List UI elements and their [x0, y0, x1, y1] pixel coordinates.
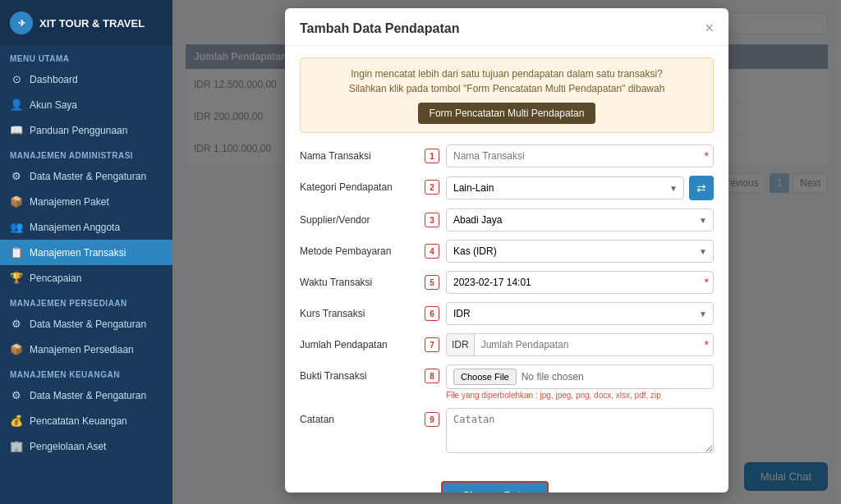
select-wrap-kategori: Lain-Lain ▼ — [446, 176, 684, 199]
label-metode-pembayaran: Metode Pembayaran — [300, 240, 415, 257]
step-badge-6: 6 — [425, 306, 439, 321]
step-badge-5: 5 — [425, 275, 439, 290]
input-waktu-transaksi[interactable] — [446, 271, 714, 294]
modal-close-button[interactable]: × — [705, 20, 714, 37]
label-nama-transaksi: Nama Transaksi — [300, 144, 415, 162]
sidebar-item-manajemen-transaksi[interactable]: 📋 Manajemen Transaksi — [0, 240, 172, 265]
icon-btn-kategori[interactable]: ⇄ — [689, 176, 714, 200]
field-nama-transaksi: Nama Transaksi 1 * — [300, 144, 714, 167]
select-metode-pembayaran[interactable]: Kas (IDR) — [446, 240, 714, 263]
field-waktu-transaksi: Waktu Transaksi 5 * — [300, 271, 714, 294]
info-box: Ingin mencatat lebih dari satu tujuan pe… — [300, 57, 714, 133]
achievement-icon: 🏆 — [10, 272, 23, 284]
sidebar-item-label: Akun Saya — [30, 99, 77, 111]
sidebar-item-label: Pengelolaan Aset — [30, 441, 106, 452]
sidebar-item-label: Manajemen Anggota — [30, 222, 120, 233]
sidebar-item-label: Panduan Penggunaan — [30, 125, 127, 136]
step-badge-8: 8 — [425, 369, 439, 383]
input-jumlah-pendapatan[interactable] — [474, 333, 714, 356]
sidebar-item-manajemen-anggota[interactable]: 👥 Manajemen Anggota — [0, 214, 172, 240]
sidebar-item-label: Manajemen Transaksi — [30, 247, 126, 259]
sidebar-item-pencapaian[interactable]: 🏆 Pencapaian — [0, 265, 172, 291]
sidebar-item-label: Data Master & Pengaturan — [30, 318, 146, 330]
sidebar-item-label: Pencatatan Keuangan — [30, 415, 127, 427]
sidebar-item-label: Pencapaian — [30, 273, 81, 284]
file-choose-button[interactable]: Choose File — [453, 369, 517, 385]
finance-icon: 💰 — [10, 415, 23, 427]
arrow-icon: ⇐ — [558, 486, 572, 493]
sidebar: ✈ XIT TOUR & TRAVEL MENU UTAMA ⊙ Dashboa… — [0, 0, 172, 504]
select-kurs-transaksi[interactable]: IDR — [446, 302, 714, 325]
sidebar-item-pencatatan-keuangan[interactable]: 💰 Pencatatan Keuangan — [0, 408, 172, 433]
settings-icon3: ⚙ — [10, 389, 23, 401]
modal-footer: Simpan Data ⇐ — [285, 473, 728, 493]
field-catatan: Catatan 9 — [300, 408, 714, 453]
file-input-wrap: Choose File No file chosen — [446, 364, 714, 389]
sidebar-item-panduan[interactable]: 📖 Panduan Penggunaan — [0, 117, 172, 143]
select-kategori-pendapatan[interactable]: Lain-Lain — [446, 176, 684, 199]
transaction-icon: 📋 — [10, 246, 23, 259]
sidebar-item-pengelolaan-aset[interactable]: 🏢 Pengelolaan Aset — [0, 433, 172, 459]
field-jumlah-pendapatan: Jumlah Pendapatan 7 IDR * — [300, 333, 714, 356]
btn-multi-pendapatan[interactable]: Form Pencatatan Multi Pendapatan — [418, 103, 596, 124]
settings-icon: ⚙ — [10, 170, 23, 182]
sidebar-item-label: Data Master & Pengaturan — [30, 171, 146, 182]
label-supplier-vendor: Supplier/Vendor — [300, 208, 415, 226]
step-badge-9: 9 — [425, 412, 439, 427]
logo-icon: ✈ — [10, 11, 33, 34]
label-kurs-transaksi: Kurs Transaksi — [300, 302, 415, 319]
members-icon: 👥 — [10, 221, 23, 233]
dashboard-icon: ⊙ — [10, 73, 23, 85]
input-wrap-nama-transaksi: * — [446, 144, 714, 167]
file-input-area: Choose File No file chosen File yang dip… — [446, 364, 714, 400]
modal-header: Tambah Data Pendapatan × — [285, 8, 728, 46]
info-line1: Ingin mencatat lebih dari satu tujuan pe… — [312, 66, 701, 81]
label-jumlah-pendapatan: Jumlah Pendapatan — [300, 333, 415, 351]
sidebar-item-data-master[interactable]: ⚙ Data Master & Pengaturan — [0, 163, 172, 189]
field-supplier-vendor: Supplier/Vendor 3 Abadi Jaya ▼ — [300, 208, 714, 231]
package-icon: 📦 — [10, 195, 23, 208]
guide-icon: 📖 — [10, 124, 23, 136]
field-bukti-transaksi: Bukti Transaksi 8 Choose File No file ch… — [300, 364, 714, 400]
label-kategori-pendapatan: Kategori Pendapatan — [300, 176, 415, 193]
inventory-icon: 📦 — [10, 343, 23, 355]
logo-text: XIT TOUR & TRAVEL — [39, 17, 145, 30]
asset-icon: 🏢 — [10, 440, 23, 452]
sidebar-item-manajemen-persediaan[interactable]: 📦 Manajemen Persediaan — [0, 337, 172, 362]
sidebar-item-label: Dashboard — [30, 74, 78, 85]
select-wrap-metode: Kas (IDR) ▼ — [446, 240, 714, 263]
sidebar-logo: ✈ XIT TOUR & TRAVEL — [0, 0, 172, 46]
select-wrap-supplier: Abadi Jaya ▼ — [446, 208, 714, 231]
field-kategori-pendapatan: Kategori Pendapatan 2 Lain-Lain ▼ ⇄ — [300, 176, 714, 200]
modal-overlay: Tambah Data Pendapatan × Ingin mencatat … — [172, 0, 841, 504]
step-badge-1: 1 — [425, 149, 439, 163]
sidebar-item-persediaan-master[interactable]: ⚙ Data Master & Pengaturan — [0, 311, 172, 337]
step-badge-4: 4 — [425, 244, 439, 259]
idr-prefix-label: IDR — [446, 333, 474, 356]
textarea-catatan[interactable] — [446, 408, 714, 453]
select-supplier[interactable]: Abadi Jaya — [446, 208, 714, 231]
file-chosen-text: No file chosen — [522, 371, 584, 383]
category-input-wrap: Lain-Lain ▼ ⇄ — [446, 176, 714, 200]
input-nama-transaksi[interactable] — [446, 144, 714, 167]
sidebar-item-keuangan-master[interactable]: ⚙ Data Master & Pengaturan — [0, 383, 172, 408]
sidebar-section-keuangan: MANAJEMEN KEUANGAN ⚙ Data Master & Penga… — [0, 362, 172, 459]
step-badge-7: 7 — [425, 337, 439, 352]
field-kurs-transaksi: Kurs Transaksi 6 IDR ▼ — [300, 302, 714, 325]
section-title-keuangan: MANAJEMEN KEUANGAN — [0, 362, 172, 383]
save-button[interactable]: Simpan Data — [441, 481, 549, 493]
required-star-7: * — [705, 338, 709, 351]
file-hint: File yang diperbolehkan : jpg, jpeg, png… — [446, 391, 714, 400]
select-wrap-kurs: IDR ▼ — [446, 302, 714, 325]
section-title-menu-utama: MENU UTAMA — [0, 46, 172, 66]
sidebar-item-akun-saya[interactable]: 👤 Akun Saya — [0, 92, 172, 117]
required-star-1: * — [705, 149, 709, 163]
sidebar-item-label: Manajemen Persediaan — [30, 344, 134, 355]
label-waktu-transaksi: Waktu Transaksi — [300, 271, 415, 288]
sidebar-section-persediaan: MANAJEMEN PERSEDIAAN ⚙ Data Master & Pen… — [0, 291, 172, 362]
sidebar-item-manajemen-paket[interactable]: 📦 Manajemen Paket — [0, 189, 172, 214]
label-bukti-transaksi: Bukti Transaksi — [300, 364, 415, 382]
modal-tambah-data: Tambah Data Pendapatan × Ingin mencatat … — [285, 8, 728, 493]
modal-body: Ingin mencatat lebih dari satu tujuan pe… — [285, 46, 728, 473]
sidebar-item-dashboard[interactable]: ⊙ Dashboard — [0, 66, 172, 92]
